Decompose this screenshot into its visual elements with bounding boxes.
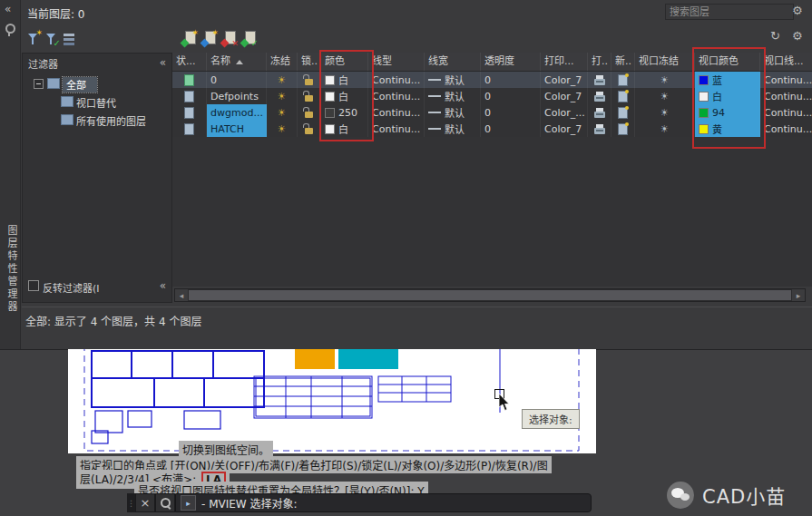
- col-linetype[interactable]: 线型: [368, 53, 425, 71]
- close-command-line-button[interactable]: [135, 493, 155, 512]
- vp-color-cell[interactable]: 黄: [695, 121, 760, 137]
- vp-color-swatch[interactable]: [699, 108, 709, 118]
- scroll-left-arrow[interactable]: ◂: [175, 289, 188, 301]
- plot-printer-icon[interactable]: [594, 95, 605, 102]
- unlock-icon[interactable]: [305, 95, 313, 102]
- layer-name-cell[interactable]: dwgmod...: [207, 104, 267, 121]
- invert-filter-checkbox[interactable]: [28, 280, 39, 291]
- vp-color-cell[interactable]: 94: [695, 104, 760, 121]
- linetype-cell[interactable]: Continu...: [368, 72, 425, 88]
- layer-row-0[interactable]: 0 白 Continu... 默认 0 Color_7 蓝 Continu...: [172, 72, 812, 88]
- new-vp-freeze-icon[interactable]: [618, 123, 628, 135]
- plot-printer-icon[interactable]: [594, 112, 605, 118]
- filter-item-all-used[interactable]: 所有使用的图层: [23, 112, 171, 127]
- customize-command-line-button[interactable]: [155, 493, 175, 512]
- filter-item-viewport-overrides[interactable]: 视口替代: [23, 93, 171, 109]
- col-lineweight[interactable]: 线宽: [425, 53, 481, 71]
- unlock-icon[interactable]: [305, 128, 313, 134]
- layer-name-cell[interactable]: 0: [207, 72, 267, 88]
- col-color[interactable]: 颜色: [321, 53, 368, 71]
- set-current-layer-button[interactable]: [241, 30, 258, 46]
- vp-freeze-sun-icon[interactable]: [660, 123, 670, 135]
- plotstyle-cell[interactable]: Color_...: [541, 104, 588, 121]
- scroll-right-arrow[interactable]: ▸: [792, 289, 805, 301]
- filters-collapse-icon[interactable]: «: [160, 56, 166, 69]
- new-vp-freeze-icon[interactable]: [618, 107, 628, 119]
- unlock-icon[interactable]: [305, 79, 313, 85]
- freeze-sun-icon[interactable]: [278, 91, 287, 102]
- color-cell[interactable]: 250: [321, 104, 368, 121]
- dock-drag-handle[interactable]: [127, 493, 135, 512]
- layer-row-3[interactable]: HATCH 白 Continu... 默认 0 Color_7 黄 Contin…: [172, 121, 812, 137]
- vp-freeze-sun-icon[interactable]: [660, 74, 670, 86]
- pin-icon[interactable]: [5, 24, 15, 34]
- freeze-sun-icon[interactable]: [278, 123, 287, 135]
- col-freeze[interactable]: 冻结: [267, 53, 298, 71]
- plot-printer-icon[interactable]: [594, 79, 605, 85]
- freeze-sun-icon[interactable]: [278, 107, 287, 119]
- color-swatch[interactable]: [325, 108, 335, 118]
- new-vp-freeze-icon[interactable]: [618, 91, 628, 102]
- plot-printer-icon[interactable]: [594, 128, 605, 134]
- col-new-vp[interactable]: 新..: [611, 53, 635, 71]
- color-cell[interactable]: 白: [321, 121, 368, 137]
- vp-freeze-sun-icon[interactable]: [660, 91, 670, 102]
- transparency-cell[interactable]: 0: [481, 72, 541, 88]
- plotstyle-cell[interactable]: Color_7: [541, 72, 588, 88]
- new-property-filter-button[interactable]: [25, 30, 42, 46]
- vp-linetype-cell[interactable]: Continu...: [760, 121, 812, 137]
- freeze-sun-icon[interactable]: [278, 74, 287, 86]
- new-layer-vp-frozen-button[interactable]: [201, 30, 218, 46]
- plotstyle-cell[interactable]: Color_7: [541, 88, 588, 104]
- vp-color-swatch[interactable]: [699, 92, 709, 102]
- linetype-cell[interactable]: Continu...: [368, 121, 425, 137]
- search-layer-input[interactable]: [665, 4, 794, 20]
- scrollbar-thumb[interactable]: [189, 290, 791, 300]
- lineweight-cell[interactable]: 默认: [425, 72, 481, 88]
- color-cell[interactable]: 白: [321, 88, 368, 104]
- plotstyle-cell[interactable]: Color_7: [541, 121, 588, 137]
- vp-color-swatch[interactable]: [699, 75, 709, 85]
- table-horizontal-scrollbar[interactable]: ◂ ▸: [174, 288, 806, 302]
- vp-linetype-cell[interactable]: Continu...: [760, 88, 812, 104]
- tree-expander-icon[interactable]: [34, 79, 44, 89]
- vp-color-cell[interactable]: 蓝: [695, 72, 760, 88]
- col-plot[interactable]: 打..: [588, 53, 611, 71]
- delete-layer-button[interactable]: [221, 30, 238, 46]
- layer-states-manager-button[interactable]: [62, 30, 78, 46]
- settings-gear-icon[interactable]: [792, 4, 803, 17]
- col-transparency[interactable]: 透明度: [481, 53, 541, 71]
- filter-pane-collapse-icon[interactable]: «: [160, 279, 166, 292]
- new-layer-button[interactable]: [181, 30, 198, 46]
- collapse-palette-icon[interactable]: «: [5, 3, 11, 15]
- palette-settings-icon[interactable]: [792, 29, 803, 43]
- lineweight-cell[interactable]: 默认: [425, 88, 481, 104]
- layer-row-2[interactable]: dwgmod... 250 Continu... 默认 0 Color_... …: [172, 104, 812, 121]
- linetype-cell[interactable]: Continu...: [368, 88, 425, 104]
- color-cell[interactable]: 白: [321, 72, 368, 88]
- vp-freeze-sun-icon[interactable]: [660, 107, 670, 119]
- col-lock[interactable]: 锁..: [298, 53, 321, 71]
- transparency-cell[interactable]: 0: [481, 121, 541, 137]
- vp-color-swatch[interactable]: [699, 124, 709, 134]
- refresh-icon[interactable]: [770, 29, 780, 43]
- transparency-cell[interactable]: 0: [481, 104, 541, 121]
- new-vp-freeze-icon[interactable]: [618, 74, 628, 86]
- color-swatch[interactable]: [325, 75, 335, 85]
- col-vp-color[interactable]: 视口颜色: [695, 53, 760, 71]
- transparency-cell[interactable]: 0: [481, 88, 541, 104]
- col-plotstyle[interactable]: 打印...: [541, 53, 588, 71]
- new-group-filter-button[interactable]: [44, 30, 60, 46]
- layer-name-cell[interactable]: Defpoints: [207, 88, 267, 104]
- lineweight-cell[interactable]: 默认: [425, 104, 481, 121]
- vp-linetype-cell[interactable]: Continu...: [760, 72, 812, 88]
- color-swatch[interactable]: [325, 124, 335, 134]
- col-name[interactable]: 名称: [207, 53, 267, 71]
- layer-row-1[interactable]: Defpoints 白 Continu... 默认 0 Color_7 白 Co…: [172, 88, 812, 104]
- drawing-canvas[interactable]: 选择对象:: [68, 349, 596, 453]
- linetype-cell[interactable]: Continu...: [368, 104, 425, 121]
- lineweight-cell[interactable]: 默认: [425, 121, 481, 137]
- col-vp-linetype[interactable]: 视口线...: [760, 53, 812, 71]
- unlock-icon[interactable]: [305, 112, 313, 118]
- color-swatch[interactable]: [325, 92, 335, 102]
